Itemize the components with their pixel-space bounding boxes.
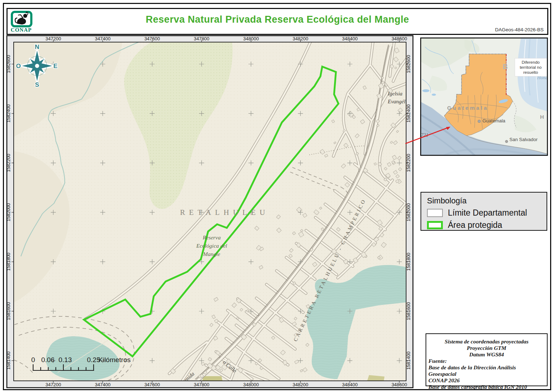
dispute-note: Diferendo territorial no resuelto: [515, 58, 547, 76]
svg-text:0.06: 0.06: [41, 356, 55, 364]
projection-line: Proyección GTM: [426, 345, 547, 351]
svg-text:1581800: 1581800: [6, 253, 11, 271]
protected-swatch: [427, 221, 443, 229]
map-reference-code: DAGeos-484-2026-BS: [495, 27, 544, 32]
compass-o: O: [16, 63, 21, 69]
ref-721-label: 721: [421, 132, 428, 138]
svg-text:Ecológica del: Ecológica del: [196, 243, 227, 249]
country-label: G u a t e m a l a: [447, 105, 487, 111]
legend-item-protected[interactable]: Área protegida: [427, 220, 547, 230]
svg-text:Mangle: Mangle: [203, 251, 220, 257]
svg-text:Diferendo: Diferendo: [522, 60, 540, 64]
svg-text:territorial no: territorial no: [520, 65, 542, 69]
san-salvador-label: San Salvador: [509, 137, 538, 142]
map-canvas[interactable]: RETALHULEU Reserva Ecológica del Mangle …: [14, 42, 407, 387]
svg-text:Reserva: Reserva: [202, 234, 221, 240]
legend-title: Simbología: [427, 196, 547, 206]
conap-logo-text: CONAP: [9, 27, 33, 33]
svg-text:1581400: 1581400: [6, 351, 11, 370]
source-line: CONAP 2026: [428, 377, 545, 384]
svg-text:1582600: 1582600: [6, 55, 11, 73]
svg-text:0.13: 0.13: [59, 356, 72, 364]
source-line: Base de datos de la Dirección Análisis G…: [428, 364, 545, 377]
svg-text:resuelto: resuelto: [523, 70, 538, 75]
honduras-label: H o: [540, 114, 548, 120]
san-salvador-dot: [505, 140, 508, 143]
capital-city-dot: [478, 120, 481, 123]
projection-line: Datum WGS84: [426, 351, 547, 358]
legend-item-label: Límite Departamental: [448, 208, 527, 218]
source-label: Fuente:: [428, 358, 545, 364]
inset-map[interactable]: B Gu Hond G u a t e m a l a Guatemala Sa…: [420, 37, 548, 156]
department-label: RETALHULEU: [180, 208, 269, 217]
compass-e: E: [53, 63, 57, 69]
header-bar: CONAP Reserva Natural Privada Reserva Ec…: [6, 8, 548, 35]
page-title: Reserva Natural Privada Reserva Ecológic…: [8, 14, 547, 25]
compass-n: N: [35, 44, 39, 50]
compass-s: S: [35, 81, 39, 88]
svg-text:Evangéli: Evangéli: [387, 99, 407, 104]
capital-label: Guatemala: [482, 118, 505, 123]
svg-text:1582200: 1582200: [6, 154, 11, 172]
svg-text:1582000: 1582000: [6, 203, 11, 222]
departmental-swatch: [427, 209, 443, 217]
legend-box: Simbología Límite Departamental Área pro…: [421, 192, 547, 231]
legend-item-label: Área protegida: [448, 220, 502, 230]
svg-text:1581600: 1581600: [6, 302, 11, 320]
belize-label: B: [503, 63, 508, 71]
svg-text:1582400: 1582400: [6, 104, 11, 123]
legend-item-departmental[interactable]: Límite Departamental: [427, 208, 547, 218]
svg-text:Kilómetros: Kilómetros: [98, 356, 131, 364]
svg-text:Igelsia: Igelsia: [387, 91, 403, 96]
projection-line: Sistema de coordenadas proyectadas: [426, 338, 547, 345]
credits-box: Sistema de coordenadas proyectadas Proye…: [426, 333, 548, 386]
svg-text:0: 0: [31, 356, 35, 364]
source-line: Base de datos cartografía básica IGN 201…: [428, 384, 545, 390]
